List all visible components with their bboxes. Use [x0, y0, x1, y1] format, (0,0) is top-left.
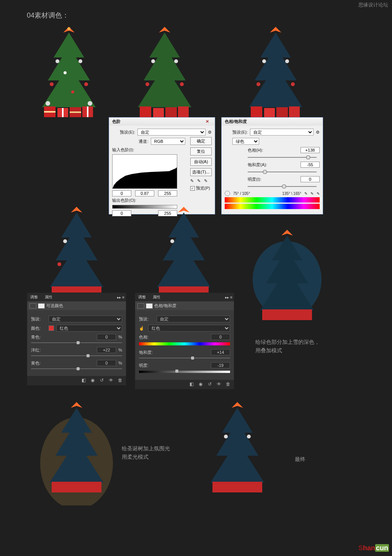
finger-icon[interactable] [225, 191, 230, 196]
panel-name: 可选颜色 [46, 303, 63, 309]
channel-label: 通道: [139, 139, 148, 144]
sat-input[interactable] [301, 162, 320, 168]
tab-adjust[interactable]: 调整 [29, 294, 39, 301]
output-black[interactable] [112, 210, 131, 216]
tab-properties2[interactable]: 属性 [151, 294, 162, 301]
cyan-label: 青色: [31, 334, 46, 340]
huesat-panel: 调整属性▸▸ ≡ 色相/饱和度 预设:自定 ☝红色 色相: 饱和度: 明度: ◧… [135, 293, 234, 389]
hs2-light-slider[interactable] [139, 371, 230, 373]
sc-colors-select[interactable]: 红色 [56, 325, 122, 332]
svg-point-27 [145, 82, 149, 86]
eyedropper-plus-icon[interactable]: ✎ [310, 191, 314, 196]
gear-icon[interactable]: ⚙ [208, 130, 212, 135]
visibility-icon[interactable]: 👁 [216, 381, 222, 388]
hue-label: 色相(H): [248, 147, 263, 153]
cancel-button[interactable]: 复位 [190, 147, 212, 155]
svg-point-26 [174, 59, 178, 63]
sc-preset-select[interactable]: 自定 [49, 316, 122, 322]
hs2-hue-slider[interactable] [139, 342, 230, 345]
hs2-sat-input[interactable] [211, 349, 230, 355]
annotation-snow: 给绿色部分加上雪的深色，用叠加模式 [255, 338, 324, 355]
eyedropper-white-icon[interactable]: ✎ [204, 178, 209, 183]
view-icon[interactable]: ◉ [197, 381, 204, 388]
hue-input[interactable] [301, 147, 320, 153]
panel-menu-icon[interactable]: ▸▸ ≡ [225, 295, 232, 299]
hs-preset-label: 预设(E): [225, 129, 248, 135]
clip-icon[interactable]: ◧ [188, 381, 195, 388]
eyedropper-icon[interactable]: ✎ [304, 191, 307, 196]
gear-icon[interactable]: ⚙ [316, 130, 320, 135]
magenta-input[interactable] [97, 347, 116, 353]
hs2-light-input[interactable] [211, 362, 230, 368]
tab-adjust2[interactable]: 调整 [137, 294, 147, 301]
close-icon[interactable]: ✕ [203, 119, 212, 124]
tree-huesat [237, 23, 314, 124]
cyan-input[interactable] [97, 334, 116, 340]
svg-marker-48 [50, 245, 103, 287]
trash-icon[interactable]: 🗑 [117, 378, 124, 384]
eyedropper-gray-icon[interactable]: ✎ [197, 178, 202, 183]
hs2-preset-select[interactable]: 自定 [157, 316, 230, 322]
cyan-slider[interactable] [31, 342, 122, 343]
tree-selective [38, 203, 115, 304]
svg-marker-21 [159, 27, 170, 33]
hs2-edit-select[interactable]: 红色 [148, 325, 230, 332]
huesat-dialog: 色相/饱和度 预设(E):自定⚙ 绿色 色相(H): 饱和度(A): 明度(I)… [221, 117, 323, 214]
ok-button[interactable]: 确定 [190, 137, 212, 145]
hs-preset-select[interactable]: 自定 [250, 129, 314, 136]
svg-point-37 [262, 59, 266, 63]
clip-icon[interactable]: ◧ [80, 378, 87, 384]
auto-button[interactable]: 自动(A) [190, 158, 212, 166]
magenta-slider[interactable] [31, 355, 122, 356]
svg-point-40 [291, 82, 295, 86]
tree-final [199, 398, 276, 507]
preset-select[interactable]: 自定 [137, 129, 206, 136]
histogram[interactable] [112, 154, 177, 189]
svg-rect-43 [276, 107, 288, 117]
visibility-icon[interactable]: 👁 [108, 378, 114, 384]
svg-point-56 [170, 239, 174, 243]
options-button[interactable]: 选项(T)... [190, 168, 212, 176]
eyedropper-black-icon[interactable]: ✎ [190, 178, 195, 183]
color-swatch [49, 325, 54, 331]
hs-edit-select[interactable]: 绿色 [232, 138, 259, 145]
yellow-slider[interactable] [31, 368, 122, 369]
hs2-hue-input[interactable] [211, 334, 230, 340]
reset-icon[interactable]: ↺ [206, 381, 213, 388]
input-mid[interactable] [135, 190, 154, 196]
tree-levels [126, 23, 203, 124]
page-title: 04素材调色： [27, 11, 69, 20]
svg-point-25 [151, 59, 155, 63]
channel-select[interactable]: RGB [151, 138, 185, 145]
svg-rect-76 [212, 482, 262, 492]
sat-slider[interactable] [248, 172, 317, 172]
light-input[interactable] [301, 176, 320, 182]
svg-rect-41 [251, 106, 262, 117]
tree-glow [38, 398, 115, 507]
eyedropper-minus-icon[interactable]: ✎ [317, 191, 320, 196]
preview-checkbox[interactable]: ✓ [190, 186, 195, 191]
hue-slider[interactable] [248, 157, 317, 158]
hs2-light-label: 明度: [139, 363, 154, 368]
reset-icon[interactable]: ↺ [98, 378, 105, 384]
svg-rect-30 [153, 108, 164, 117]
light-slider[interactable] [248, 186, 317, 187]
hue-spectrum-top [225, 197, 320, 203]
panel-menu-icon[interactable]: ▸▸ ≡ [117, 295, 124, 299]
output-levels-label: 输出色阶(O): [112, 198, 212, 203]
finger-icon[interactable]: ☝ [139, 326, 146, 331]
svg-rect-42 [264, 108, 275, 117]
tab-properties[interactable]: 属性 [43, 294, 54, 301]
svg-point-75 [247, 435, 251, 438]
yellow-input[interactable] [97, 360, 116, 366]
view-icon[interactable]: ◉ [89, 378, 96, 384]
input-black[interactable] [112, 190, 131, 196]
levels-dialog: 色阶✕ 预设(E):自定⚙ 通道:RGB 输入色阶(I): 输出色阶(O): 确… [109, 117, 215, 214]
trash-icon[interactable]: 🗑 [225, 381, 232, 388]
hs2-preset-label: 预设: [139, 316, 154, 322]
svg-marker-70 [232, 402, 243, 408]
svg-marker-73 [211, 440, 264, 482]
svg-marker-45 [71, 207, 82, 213]
input-white[interactable] [158, 190, 177, 196]
hs2-sat-slider[interactable] [139, 358, 230, 358]
